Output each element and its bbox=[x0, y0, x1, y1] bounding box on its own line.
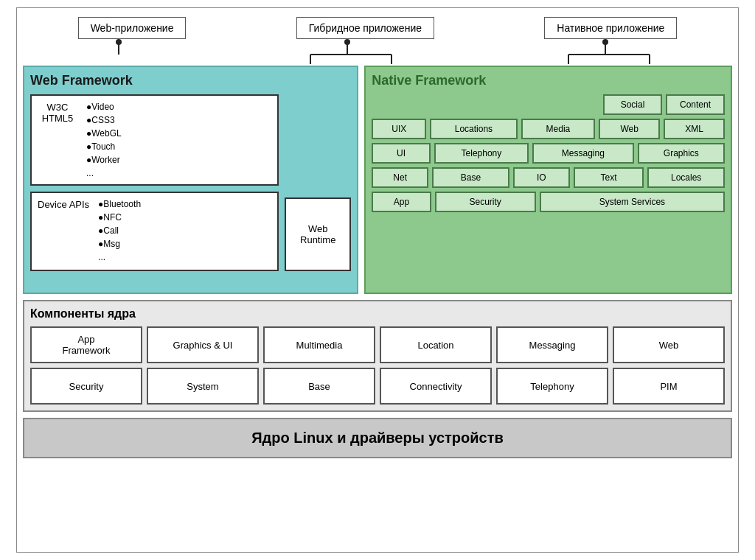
svg-point-1 bbox=[116, 39, 122, 45]
native-content: Content bbox=[666, 94, 725, 115]
native-uix: UIX bbox=[372, 119, 426, 139]
native-io: IO bbox=[513, 167, 570, 188]
kernel-bar: Ядро Linux и драйверы устройств bbox=[23, 418, 732, 458]
w3c-box: W3CHTML5 ●Video ●CSS3 ●WebGL ●Touch ●Wor… bbox=[30, 94, 279, 186]
core-base: Base bbox=[263, 368, 375, 405]
frameworks-row: Web Framework W3CHTML5 ●Video ●CSS3 ●Web… bbox=[23, 66, 732, 294]
device-apis-box: Device APIs ●Bluetooth ●NFC ●Call ●Msg .… bbox=[30, 192, 279, 271]
core-telephony: Telephony bbox=[496, 368, 608, 405]
core-messaging: Messaging bbox=[496, 326, 608, 363]
native-app: App bbox=[372, 192, 431, 212]
native-messaging: Messaging bbox=[532, 143, 634, 164]
web-framework-title: Web Framework bbox=[30, 73, 351, 88]
native-framework-panel: Native Framework Social Content UIX Loca… bbox=[364, 66, 732, 294]
core-security: Security bbox=[30, 368, 142, 405]
web-runtime-box: WebRuntime bbox=[285, 197, 351, 271]
native-security: Security bbox=[435, 192, 536, 212]
native-row3: Net Base IO Text Locales bbox=[372, 167, 725, 188]
native-locales: Locales bbox=[647, 167, 725, 188]
core-multimedia: Multimedia bbox=[263, 326, 375, 363]
core-row1: AppFramework Graphics & UI Multimedia Lo… bbox=[30, 326, 725, 363]
native-text: Text bbox=[574, 167, 644, 188]
native-ui: UI bbox=[372, 143, 431, 164]
native-web: Web bbox=[599, 119, 660, 139]
device-apis-label: Device APIs bbox=[32, 193, 95, 216]
app-type-web: Web-приложение bbox=[78, 17, 187, 39]
w3c-label: W3CHTML5 bbox=[32, 96, 83, 130]
native-media: Media bbox=[521, 119, 596, 139]
core-connectivity: Connectivity bbox=[380, 368, 492, 405]
native-framework-title: Native Framework bbox=[372, 73, 725, 88]
native-social: Social bbox=[603, 94, 662, 115]
core-web: Web bbox=[613, 326, 725, 363]
native-row4: App Security System Services bbox=[372, 192, 725, 212]
core-graphics-ui: Graphics & UI bbox=[147, 326, 259, 363]
core-title: Компоненты ядра bbox=[30, 307, 725, 321]
device-apis-bullets: ●Bluetooth ●NFC ●Call ●Msg ... bbox=[95, 193, 144, 268]
native-system-services: System Services bbox=[540, 192, 725, 212]
core-app-framework: AppFramework bbox=[30, 326, 142, 363]
native-row2: UI Telephony Messaging Graphics bbox=[372, 143, 725, 164]
w3c-bullets: ●Video ●CSS3 ●WebGL ●Touch ●Worker ... bbox=[83, 96, 125, 184]
native-base: Base bbox=[432, 167, 509, 188]
native-telephony: Telephony bbox=[434, 143, 529, 164]
app-type-hybrid: Гибридное приложение bbox=[296, 17, 434, 39]
native-graphics: Graphics bbox=[638, 143, 725, 164]
core-row2: Security System Base Connectivity Teleph… bbox=[30, 368, 725, 405]
main-diagram: Web-приложение Гибридное приложение Нати… bbox=[16, 7, 739, 553]
core-location: Location bbox=[380, 326, 492, 363]
native-row1: UIX Locations Media Web XML bbox=[372, 119, 725, 139]
native-xml: XML bbox=[664, 119, 725, 139]
web-framework-panel: Web Framework W3CHTML5 ●Video ●CSS3 ●Web… bbox=[23, 66, 358, 294]
native-net: Net bbox=[372, 167, 428, 188]
svg-point-3 bbox=[344, 39, 350, 45]
native-locations: Locations bbox=[430, 119, 517, 139]
core-section: Компоненты ядра AppFramework Graphics & … bbox=[23, 300, 732, 412]
native-top-row: Social Content bbox=[372, 94, 725, 115]
app-type-native: Нативное приложение bbox=[544, 17, 677, 39]
core-system: System bbox=[147, 368, 259, 405]
svg-point-8 bbox=[602, 39, 608, 45]
core-pim: PIM bbox=[613, 368, 725, 405]
